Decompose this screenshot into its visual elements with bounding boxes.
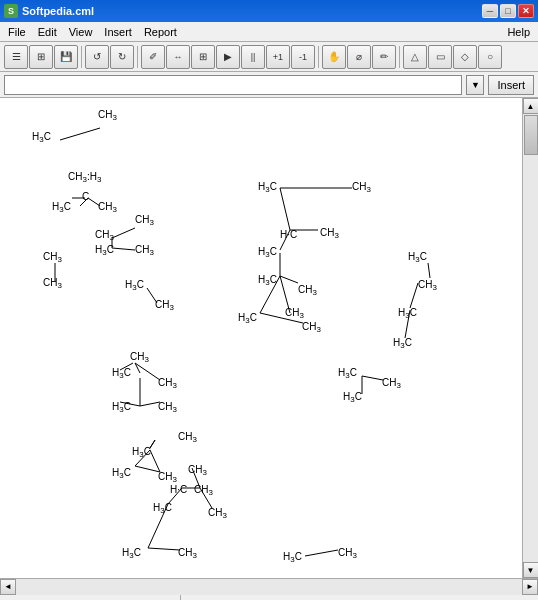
toolbar-draw[interactable]: ✐	[141, 45, 165, 69]
toolbar-grid[interactable]: ⊞	[191, 45, 215, 69]
svg-text:H3C: H3C	[258, 181, 277, 194]
svg-text:H3C: H3C	[122, 547, 141, 560]
toolbar-select[interactable]: ✋	[322, 45, 346, 69]
svg-text:H3C: H3C	[112, 467, 131, 480]
svg-text:CH3: CH3	[298, 284, 317, 297]
toolbar-new[interactable]: ☰	[4, 45, 28, 69]
svg-text:CH3: CH3	[155, 299, 174, 312]
svg-line-86	[148, 548, 180, 550]
menu-help[interactable]: Help	[501, 24, 536, 40]
svg-text:CH3: CH3	[320, 227, 339, 240]
svg-text:H3C: H3C	[238, 312, 257, 325]
svg-text:CH3: CH3	[178, 431, 197, 444]
toolbar-pause[interactable]: ||	[241, 45, 265, 69]
svg-text:H3C: H3C	[258, 274, 277, 287]
svg-line-15	[112, 248, 135, 250]
toolbar-plus1[interactable]: +1	[266, 45, 290, 69]
scroll-right-button[interactable]: ►	[522, 579, 538, 595]
scroll-down-button[interactable]: ▼	[523, 562, 539, 578]
svg-text:H3C: H3C	[338, 367, 357, 380]
scrollbar-vertical[interactable]: ▲ ▼	[522, 98, 538, 578]
toolbar-redo[interactable]: ↻	[110, 45, 134, 69]
toolbar-sep1	[81, 46, 82, 68]
svg-line-59	[140, 402, 160, 406]
window-title: Softpedia.cml	[22, 5, 94, 17]
svg-text:CH3: CH3	[135, 214, 154, 227]
svg-text:CH3: CH3	[158, 471, 177, 484]
svg-line-2	[60, 128, 100, 140]
toolbar-play[interactable]: ▶	[216, 45, 240, 69]
scroll-up-button[interactable]: ▲	[523, 98, 539, 114]
template-bar: ▼ Insert	[0, 72, 538, 98]
menu-insert[interactable]: Insert	[98, 24, 138, 40]
svg-text:CH3: CH3	[158, 401, 177, 414]
svg-line-38	[280, 276, 298, 283]
chemistry-canvas: text { font-family: Arial, sans-serif; f…	[0, 98, 522, 578]
insert-button[interactable]: Insert	[488, 75, 534, 95]
toolbar-minus1[interactable]: -1	[291, 45, 315, 69]
svg-text:H·C: H·C	[280, 229, 297, 240]
menu-file[interactable]: File	[2, 24, 32, 40]
toolbar-lasso[interactable]: ⌀	[347, 45, 371, 69]
svg-text:H3C: H3C	[283, 551, 302, 564]
svg-text:CH3: CH3	[158, 377, 177, 390]
svg-text:H·C: H·C	[170, 484, 187, 495]
svg-text:CH3: CH3	[418, 279, 437, 292]
toolbar-diamond[interactable]: ◇	[453, 45, 477, 69]
scroll-thumb-vertical[interactable]	[524, 115, 538, 155]
toolbar-undo[interactable]: ↺	[85, 45, 109, 69]
svg-text:CH3: CH3	[135, 244, 154, 257]
toolbar-align[interactable]: ↔	[166, 45, 190, 69]
close-button[interactable]: ✕	[518, 4, 534, 18]
toolbar-triangle[interactable]: △	[403, 45, 427, 69]
toolbar-rect[interactable]: ▭	[428, 45, 452, 69]
svg-text:CH3: CH3	[178, 547, 197, 560]
toolbar-pen[interactable]: ✏	[372, 45, 396, 69]
svg-line-72	[150, 450, 160, 472]
menu-view[interactable]: View	[63, 24, 99, 40]
svg-text:CH3: CH3	[382, 377, 401, 390]
svg-line-22	[147, 288, 157, 303]
template-dropdown[interactable]: ▼	[466, 75, 484, 95]
svg-text:CH3: CH3	[43, 277, 62, 290]
svg-text:H3C: H3C	[112, 401, 131, 414]
scroll-left-button[interactable]: ◄	[0, 579, 16, 595]
scroll-track-horizontal[interactable]	[16, 579, 522, 595]
menu-edit[interactable]: Edit	[32, 24, 63, 40]
scroll-track-vertical[interactable]	[523, 114, 539, 562]
menu-report[interactable]: Report	[138, 24, 183, 40]
restore-button[interactable]: □	[500, 4, 516, 18]
svg-text:CH3: CH3	[285, 307, 304, 320]
minimize-button[interactable]: ─	[482, 4, 498, 18]
toolbar-save[interactable]: 💾	[54, 45, 78, 69]
menu-bar: File Edit View Insert Report Help	[0, 22, 538, 42]
svg-text:H3C: H3C	[95, 244, 114, 257]
svg-text:CH3: CH3	[352, 181, 371, 194]
svg-line-73	[135, 466, 160, 472]
template-input[interactable]	[4, 75, 462, 95]
status-bar: Select C56H184 (of these 164 Hs implicit…	[0, 594, 538, 600]
svg-text:CH3: CH3	[130, 351, 149, 364]
svg-line-28	[280, 188, 290, 230]
status-select-label: Select	[0, 595, 181, 601]
scrollbar-horizontal[interactable]: ◄ ►	[0, 578, 538, 594]
svg-line-62	[362, 376, 383, 380]
svg-text:CH3: CH3	[98, 201, 117, 214]
svg-line-44	[428, 263, 430, 278]
svg-text:H3C: H3C	[408, 251, 427, 264]
svg-text:H3C: H3C	[398, 307, 417, 320]
svg-line-14	[112, 228, 135, 238]
svg-text:CH3: CH3	[208, 507, 227, 520]
svg-text:H3C: H3C	[153, 502, 172, 515]
toolbar-circle[interactable]: ○	[478, 45, 502, 69]
canvas-area[interactable]: text { font-family: Arial, sans-serif; f…	[0, 98, 522, 578]
svg-text:CH3: CH3	[302, 321, 321, 334]
toolbar-sep4	[399, 46, 400, 68]
svg-text:CH3:H3: CH3:H3	[68, 171, 102, 184]
svg-text:H3C: H3C	[32, 131, 51, 144]
toolbar-open[interactable]: ⊞	[29, 45, 53, 69]
svg-line-89	[305, 550, 338, 556]
svg-line-68	[150, 440, 155, 448]
toolbar: ☰ ⊞ 💾 ↺ ↻ ✐ ↔ ⊞ ▶ || +1 -1 ✋ ⌀ ✏ △ ▭ ◇ ○	[0, 42, 538, 72]
svg-text:CH3: CH3	[98, 109, 117, 122]
